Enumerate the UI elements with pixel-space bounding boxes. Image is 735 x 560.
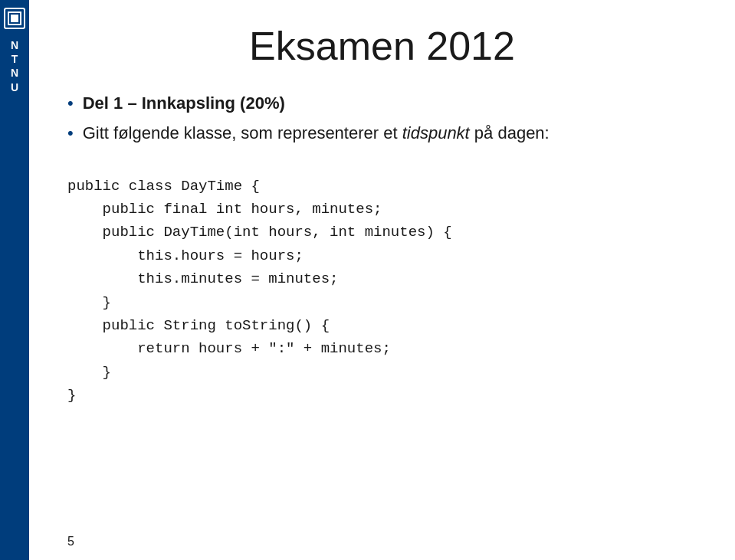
svg-rect-1 (11, 15, 18, 22)
page-number: 5 (67, 535, 74, 549)
bullet-text-before-2: Gitt følgende klasse, som representerer … (83, 123, 402, 142)
bullet-text-1: Del 1 – Innkapsling (20%) (83, 92, 285, 116)
bullet-dot-2: • (67, 123, 74, 143)
letter-u: U (11, 80, 18, 94)
code-line-5: } (67, 291, 697, 314)
bullet-item-2: • Gitt følgende klasse, som representere… (67, 122, 697, 146)
slide-title: Eksamen 2012 (67, 23, 697, 69)
bullet-text-2: Gitt følgende klasse, som representerer … (83, 122, 550, 146)
bullet-italic-2: tidspunkt (402, 123, 470, 142)
code-line-6: public String toString() { (67, 314, 697, 337)
code-block: public class DayTime { public final int … (67, 175, 697, 408)
letter-n1: N (11, 38, 18, 52)
ntnu-letters: N T N U (11, 38, 18, 94)
bullet-dot-1: • (67, 93, 74, 113)
letter-t: T (11, 52, 18, 66)
code-line-2: public DayTime(int hours, int minutes) { (67, 221, 697, 244)
ntnu-logo (4, 8, 25, 29)
code-line-0: public class DayTime { (67, 175, 697, 198)
code-line-1: public final int hours, minutes; (67, 198, 697, 221)
bullet-section: • Del 1 – Innkapsling (20%) • Gitt følge… (67, 92, 697, 152)
code-line-8: } (67, 361, 697, 384)
code-line-4: this.minutes = minutes; (67, 267, 697, 290)
bullet-text-after-2: på dagen: (470, 123, 550, 142)
main-content: Eksamen 2012 • Del 1 – Innkapsling (20%)… (29, 0, 735, 560)
code-line-3: this.hours = hours; (67, 244, 697, 267)
code-line-7: return hours + ":" + minutes; (67, 337, 697, 360)
bullet-strong-1: Del 1 – Innkapsling (20%) (83, 93, 285, 113)
sidebar: N T N U (0, 0, 29, 560)
code-line-9: } (67, 384, 697, 407)
letter-n2: N (11, 66, 18, 80)
bullet-item-1: • Del 1 – Innkapsling (20%) (67, 92, 697, 116)
